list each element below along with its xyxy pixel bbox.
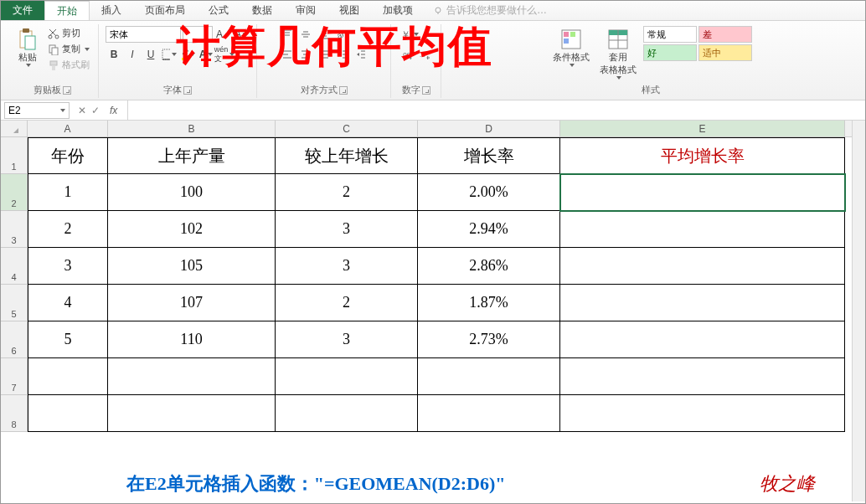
bold-button[interactable]: B bbox=[106, 46, 122, 63]
cell-C5[interactable]: 2 bbox=[276, 285, 418, 321]
cell-D8[interactable] bbox=[418, 395, 560, 432]
row-header-5[interactable]: 5 bbox=[1, 285, 28, 321]
paste-button[interactable]: 粘贴 bbox=[13, 26, 43, 69]
increase-decimal-button[interactable]: .00 bbox=[399, 46, 415, 63]
cell-B7[interactable] bbox=[108, 358, 276, 395]
decrease-font-button[interactable]: A▼ bbox=[233, 26, 250, 43]
align-middle-button[interactable] bbox=[297, 26, 314, 43]
cell-A8[interactable] bbox=[28, 395, 108, 432]
clipboard-launcher[interactable] bbox=[63, 86, 71, 95]
row-header-8[interactable]: 8 bbox=[1, 395, 28, 432]
fill-color-button[interactable] bbox=[179, 46, 196, 63]
cell-B2[interactable]: 100 bbox=[108, 174, 276, 211]
cell-D3[interactable]: 2.94% bbox=[418, 211, 560, 248]
cell-E1[interactable]: 平均增长率 bbox=[560, 137, 845, 174]
cell-style-normal[interactable]: 常规 bbox=[643, 26, 697, 43]
align-top-button[interactable] bbox=[279, 26, 296, 43]
font-launcher[interactable] bbox=[183, 86, 192, 95]
cell-E4[interactable] bbox=[560, 248, 845, 285]
col-header-C[interactable]: C bbox=[276, 121, 418, 136]
name-box[interactable]: E2 bbox=[4, 102, 70, 119]
underline-button[interactable]: U bbox=[142, 46, 159, 63]
decrease-decimal-button[interactable]: .0 bbox=[417, 46, 434, 63]
accounting-format-button[interactable]: ￥ bbox=[399, 26, 420, 43]
row-header-4[interactable]: 4 bbox=[1, 248, 28, 285]
font-color-button[interactable]: A bbox=[198, 46, 214, 63]
tab-home[interactable]: 开始 bbox=[44, 1, 90, 20]
conditional-format-button[interactable]: 条件格式 bbox=[549, 26, 593, 69]
cell-C4[interactable]: 3 bbox=[276, 248, 418, 285]
cell-B8[interactable] bbox=[108, 395, 276, 432]
copy-button[interactable]: 复制 bbox=[46, 42, 91, 56]
cell-A3[interactable]: 2 bbox=[28, 211, 108, 248]
tab-insert[interactable]: 插入 bbox=[90, 1, 133, 20]
accept-formula-button[interactable]: ✓ bbox=[91, 105, 100, 116]
row-header-7[interactable]: 7 bbox=[1, 358, 28, 395]
cell-E7[interactable] bbox=[560, 358, 845, 395]
cell-E2[interactable] bbox=[560, 174, 845, 211]
tab-view[interactable]: 视图 bbox=[327, 1, 371, 20]
cell-B5[interactable]: 107 bbox=[108, 285, 276, 321]
cell-E3[interactable] bbox=[560, 211, 845, 248]
cell-B1[interactable]: 上年产量 bbox=[108, 137, 276, 174]
phonetic-button[interactable]: wén文 bbox=[216, 46, 233, 63]
cell-style-neutral[interactable]: 适中 bbox=[698, 44, 752, 61]
format-painter-button[interactable]: 格式刷 bbox=[46, 58, 91, 72]
tab-review[interactable]: 审阅 bbox=[284, 1, 327, 20]
cell-C7[interactable] bbox=[276, 358, 418, 395]
cell-C6[interactable]: 3 bbox=[276, 321, 418, 358]
cell-B4[interactable]: 105 bbox=[108, 248, 276, 285]
format-as-table-button[interactable]: 套用 表格格式 bbox=[596, 26, 640, 81]
col-header-B[interactable]: B bbox=[108, 121, 276, 136]
tell-me-hint[interactable]: 告诉我您想要做什么… bbox=[433, 3, 547, 18]
align-launcher[interactable] bbox=[339, 86, 348, 95]
cell-style-bad[interactable]: 差 bbox=[698, 26, 752, 43]
decrease-indent-button[interactable] bbox=[334, 46, 351, 63]
row-header-2[interactable]: 2 bbox=[1, 174, 28, 211]
cell-A4[interactable]: 3 bbox=[28, 248, 108, 285]
increase-indent-button[interactable] bbox=[353, 46, 369, 63]
cell-A2[interactable]: 1 bbox=[28, 174, 108, 211]
cancel-formula-button[interactable]: ✕ bbox=[78, 105, 86, 116]
row-header-1[interactable]: 1 bbox=[1, 137, 28, 174]
tab-formula[interactable]: 公式 bbox=[197, 1, 240, 20]
cell-D1[interactable]: 增长率 bbox=[418, 137, 560, 174]
number-launcher[interactable] bbox=[422, 86, 430, 95]
row-header-3[interactable]: 3 bbox=[1, 211, 28, 248]
col-header-A[interactable]: A bbox=[28, 121, 108, 136]
cell-C3[interactable]: 3 bbox=[276, 211, 418, 248]
cell-D6[interactable]: 2.73% bbox=[418, 321, 560, 358]
tab-page-layout[interactable]: 页面布局 bbox=[133, 1, 197, 20]
select-all-corner[interactable] bbox=[1, 121, 28, 136]
cell-D2[interactable]: 2.00% bbox=[418, 174, 560, 211]
align-center-button[interactable] bbox=[297, 46, 314, 63]
cell-D5[interactable]: 1.87% bbox=[418, 285, 560, 321]
tab-addin[interactable]: 加载项 bbox=[371, 1, 425, 20]
cell-D7[interactable] bbox=[418, 358, 560, 395]
cell-B6[interactable]: 110 bbox=[108, 321, 276, 358]
cut-button[interactable]: 剪切 bbox=[46, 26, 91, 40]
tab-data[interactable]: 数据 bbox=[240, 1, 284, 20]
vertical-scrollbar[interactable] bbox=[852, 121, 865, 501]
col-header-E[interactable]: E bbox=[560, 121, 845, 136]
increase-font-button[interactable]: A▲ bbox=[214, 26, 231, 43]
cell-A1[interactable]: 年份 bbox=[28, 137, 108, 174]
cell-A7[interactable] bbox=[28, 358, 108, 395]
cell-C2[interactable]: 2 bbox=[276, 174, 418, 211]
cell-E5[interactable] bbox=[560, 285, 845, 321]
align-left-button[interactable] bbox=[279, 46, 296, 63]
tab-file[interactable]: 文件 bbox=[1, 1, 44, 20]
cell-B3[interactable]: 102 bbox=[108, 211, 276, 248]
italic-button[interactable]: I bbox=[124, 46, 141, 63]
cell-A6[interactable]: 5 bbox=[28, 321, 108, 358]
cell-C8[interactable] bbox=[276, 395, 418, 432]
font-name-combo[interactable] bbox=[106, 26, 181, 43]
orientation-button[interactable]: ab bbox=[334, 26, 351, 43]
cell-A5[interactable]: 4 bbox=[28, 285, 108, 321]
fx-icon[interactable]: fx bbox=[105, 105, 122, 116]
cell-D4[interactable]: 2.86% bbox=[418, 248, 560, 285]
cell-E8[interactable] bbox=[560, 395, 845, 432]
border-button[interactable] bbox=[161, 46, 178, 63]
row-header-6[interactable]: 6 bbox=[1, 321, 28, 358]
cell-C1[interactable]: 较上年增长 bbox=[276, 137, 418, 174]
